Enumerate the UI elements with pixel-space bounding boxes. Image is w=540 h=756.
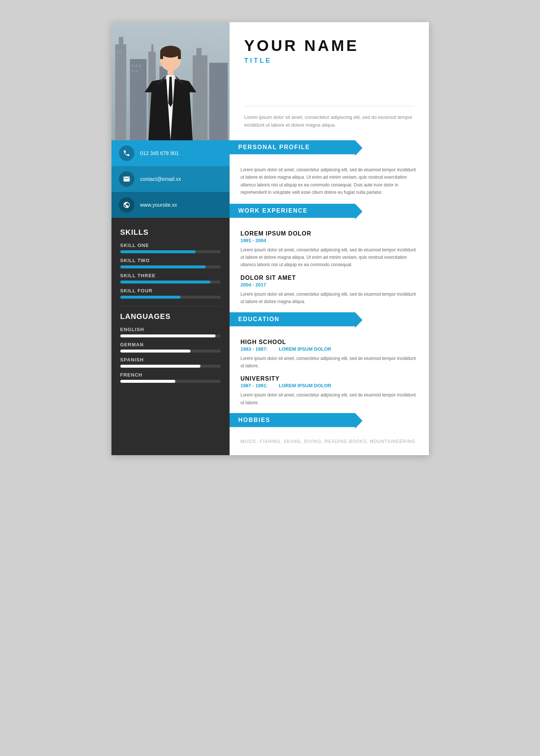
language-bar-background [120, 334, 221, 337]
phone-icon [119, 145, 134, 161]
education-description: Lorem ipsum dolor sit amet, consectetur … [241, 391, 418, 406]
education-section: EDUCATION HIGH SCHOOL1983 - 1987:LOREM I… [230, 312, 429, 407]
skill-bar-fill [120, 265, 206, 268]
education-header: EDUCATION [230, 312, 355, 326]
languages-title: LANGUAGES [120, 312, 221, 321]
skill-bar-background [120, 265, 221, 268]
education-title: HIGH SCHOOL [241, 339, 418, 346]
skill-bar-fill [120, 296, 180, 299]
person-title: TITLE [244, 57, 414, 65]
svg-point-19 [160, 46, 181, 58]
svg-rect-9 [209, 63, 228, 140]
education-list: HIGH SCHOOL1983 - 1987:LOREM IPSUM DOLOR… [241, 339, 418, 407]
svg-rect-10 [117, 52, 118, 54]
skills-list: SKILL ONESKILL TWOSKILL THREESKILL FOUR [120, 243, 221, 299]
contact-phone: 012 345 678 901 [111, 140, 230, 166]
education-wrap: HIGH SCHOOL1983 - 1987:LOREM IPSUM DOLOR… [230, 339, 429, 407]
email-icon [119, 171, 134, 187]
education-title: UNIVERSITY [241, 375, 418, 382]
language-bar-fill [120, 365, 201, 368]
education-description: Lorem ipsum dolor sit amet, consectetur … [241, 355, 418, 370]
skill-name: SKILL THREE [120, 273, 221, 278]
language-name: SPANISH [120, 357, 221, 362]
hobbies-section: HOBBIES MUSIC, FISHING, SKIING, DIVING, … [230, 413, 429, 444]
jobs-list: LOREM IPSUM DOLOR1991 - 2004Lorem ipsum … [241, 230, 418, 306]
intro-text: Lorem ipsum dolor sit amet, consectetur … [244, 106, 414, 129]
skill-bar-background [120, 296, 221, 299]
skills-title: SKILLS [120, 228, 221, 237]
svg-rect-20 [160, 52, 163, 59]
job-title: DOLOR SIT AMET [241, 275, 418, 281]
hobbies-header: HOBBIES [230, 413, 355, 427]
education-institution: LOREM IPSUM DOLOR [279, 383, 331, 388]
name-area: YOUR NAME TITLE Lorem ipsum dolor sit am… [230, 22, 429, 140]
photo-background [111, 22, 230, 140]
work-experience-wrap: LOREM IPSUM DOLOR1991 - 2004Lorem ipsum … [230, 230, 429, 306]
personal-profile-label: PERSONAL PROFILE [238, 144, 310, 150]
email-text: contact@email.xx [140, 176, 181, 182]
svg-rect-2 [119, 37, 123, 44]
job-description: Lorem ipsum dolor sit amet, consectetur … [241, 246, 418, 269]
svg-rect-17 [135, 70, 137, 72]
job-years: 2004 - 2017 [241, 282, 418, 288]
dark-section: SKILLS SKILL ONESKILL TWOSKILL THREESKIL… [111, 218, 230, 455]
svg-rect-22 [168, 69, 173, 75]
education-year-range: 1983 - 1987: [241, 346, 268, 352]
photo-area [111, 22, 230, 140]
language-name: FRENCH [120, 372, 221, 378]
job-years: 1991 - 2004 [241, 238, 418, 243]
bottom-section: 012 345 678 901 contact@email.xx [111, 140, 429, 455]
skill-name: SKILL ONE [120, 243, 221, 248]
person-name: YOUR NAME [244, 37, 414, 55]
contact-area: 012 345 678 901 contact@email.xx [111, 140, 230, 218]
education-years: 1983 - 1987:LOREM IPSUM DOLOR [241, 346, 418, 352]
language-bar-background [120, 380, 221, 383]
skill-name: SKILL TWO [120, 258, 221, 263]
language-bar-fill [120, 350, 190, 353]
resume-wrapper: YOUR NAME TITLE Lorem ipsum dolor sit am… [111, 22, 429, 455]
skill-bar-fill [120, 250, 196, 253]
skill-bar-background [120, 250, 221, 253]
left-column: 012 345 678 901 contact@email.xx [111, 140, 230, 455]
divider [120, 306, 221, 306]
svg-rect-11 [120, 52, 121, 54]
work-experience-section: WORK EXPERIENCE LOREM IPSUM DOLOR1991 - … [230, 204, 429, 306]
top-section: YOUR NAME TITLE Lorem ipsum dolor sit am… [111, 22, 429, 140]
work-experience-header: WORK EXPERIENCE [230, 204, 355, 218]
skill-name: SKILL FOUR [120, 288, 221, 293]
person-figure [141, 44, 200, 140]
personal-profile-section: PERSONAL PROFILE Lorem ipsum dolor sit a… [230, 140, 429, 196]
svg-rect-21 [178, 52, 181, 59]
phone-text: 012 345 678 901 [140, 150, 179, 156]
svg-rect-13 [132, 65, 134, 67]
personal-profile-header: PERSONAL PROFILE [230, 140, 355, 154]
personal-profile-text: Lorem ipsum dolor sit amet, consectetur … [241, 166, 418, 196]
languages-list: ENGLISHGERMANSPANISHFRENCH [120, 327, 221, 383]
education-label: EDUCATION [238, 316, 280, 322]
hobbies-label: HOBBIES [238, 417, 271, 423]
education-year-range: 1987 - 1991: [241, 383, 268, 388]
right-column: PERSONAL PROFILE Lorem ipsum dolor sit a… [230, 140, 429, 455]
globe-icon [119, 197, 134, 213]
svg-rect-16 [132, 70, 134, 72]
personal-profile-wrap: Lorem ipsum dolor sit amet, consectetur … [230, 166, 429, 196]
language-bar-background [120, 350, 221, 353]
language-name: ENGLISH [120, 327, 221, 332]
work-experience-label: WORK EXPERIENCE [238, 207, 308, 214]
education-institution: LOREM IPSUM DOLOR [279, 346, 331, 352]
language-bar-fill [120, 380, 176, 383]
language-bar-background [120, 365, 221, 368]
job-description: Lorem ipsum dolor sit amet, consectetur … [241, 291, 418, 306]
svg-rect-14 [135, 65, 137, 67]
svg-rect-12 [117, 57, 118, 59]
website-text: www.yoursite.xx [140, 202, 177, 208]
contact-email: contact@email.xx [111, 166, 230, 192]
hobbies-text: MUSIC, FISHING, SKIING, DIVING, READING … [230, 439, 429, 444]
contact-website: www.yoursite.xx [111, 192, 230, 218]
skill-bar-fill [120, 281, 211, 284]
skill-bar-background [120, 281, 221, 284]
language-name: GERMAN [120, 342, 221, 347]
language-bar-fill [120, 334, 216, 337]
education-years: 1987 - 1991:LOREM IPSUM DOLOR [241, 383, 418, 388]
job-title: LOREM IPSUM DOLOR [241, 230, 418, 237]
